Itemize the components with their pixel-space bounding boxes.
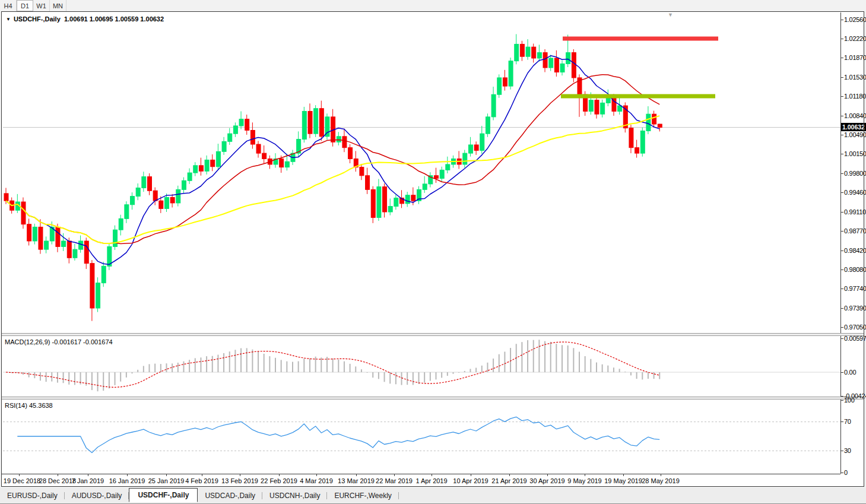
rsi-axis-label: 30: [844, 447, 865, 454]
macd-label: MACD(12,26,9) -0.001617 -0.001674: [5, 338, 113, 345]
price-axis-label-tick: [840, 96, 843, 97]
tab-eurusd-daily[interactable]: EURUSD-,Daily: [0, 490, 65, 502]
timeframe-button-w1[interactable]: W1: [33, 0, 50, 11]
rsi-axis-label-tick: [840, 421, 843, 422]
date-tick: [471, 474, 471, 476]
tab-usdcnh-daily[interactable]: USDCNH-,Daily: [262, 490, 327, 502]
candle-body: [388, 207, 392, 212]
candle-body: [463, 153, 467, 164]
date-axis-label: 16 Jan 2019: [109, 477, 145, 484]
candle-body: [27, 224, 31, 241]
price-axis-label-tick: [840, 135, 843, 135]
price-axis-label: 0.99110: [844, 208, 865, 215]
chart-title-symbol: USDCHF-,Daily: [14, 15, 61, 23]
candle-body: [67, 241, 71, 258]
timeframe-button-d1[interactable]: D1: [17, 0, 33, 11]
candle-body: [394, 198, 398, 206]
candle-body: [491, 94, 496, 117]
pane-splitter[interactable]: [2, 397, 864, 400]
candle-body: [262, 153, 267, 159]
date-axis-label: 4 Mar 2019: [300, 477, 333, 484]
date-axis-label: 7 Jan 2019: [72, 477, 104, 484]
date-tick: [547, 474, 548, 476]
date-axis-label: 13 Mar 2019: [338, 477, 375, 484]
chart-title-ohlc: 1.00691 1.00695 1.00559 1.00632: [64, 15, 164, 23]
rsi-pane[interactable]: [0, 399, 840, 474]
mt4-window: H4 D1 W1 MN ▼USDCHF-,Daily 1.00691 1.006…: [0, 0, 866, 504]
date-axis-label: 30 Apr 2019: [529, 477, 564, 484]
price-axis-label: 1.01870: [844, 54, 865, 61]
date-axis-label: 22 Mar 2019: [376, 477, 413, 484]
candle-body: [199, 166, 203, 171]
ma-mid-line: [6, 75, 659, 244]
candle-body: [4, 194, 8, 201]
candle-body: [84, 241, 88, 264]
candle-body: [366, 176, 370, 190]
candle-body: [90, 264, 94, 308]
tab-eurchf-weekly[interactable]: EURCHF-,Weekly: [327, 490, 398, 502]
candle-body: [233, 126, 237, 134]
candle-body: [79, 241, 83, 249]
pane-splitter[interactable]: [2, 333, 864, 336]
price-axis-label-tick: [840, 270, 843, 270]
timeframe-toolbar: H4 D1 W1 MN: [0, 0, 866, 11]
candle-body: [131, 196, 135, 205]
tab-usdcad-daily[interactable]: USDCAD-,Daily: [198, 490, 262, 502]
macd-values: -0.001617 -0.001674: [52, 338, 112, 345]
candle-body: [228, 134, 232, 141]
price-axis-label: 1.01180: [844, 93, 865, 100]
candle-body: [193, 166, 198, 173]
resistance-line[interactable]: [563, 37, 718, 41]
timeframe-button-mn[interactable]: MN: [50, 0, 66, 11]
candle-body: [618, 106, 622, 111]
price-axis-label: 0.97390: [844, 305, 865, 312]
date-tick: [279, 474, 280, 476]
date-axis[interactable]: 19 Dec 201828 Dec 20187 Jan 201916 Jan 2…: [2, 474, 840, 487]
candle-body: [377, 187, 381, 218]
price-axis-label-tick: [840, 154, 843, 154]
timeframe-button-h4[interactable]: H4: [0, 0, 17, 11]
candle-body: [468, 145, 472, 153]
macd-pane[interactable]: [0, 335, 840, 397]
candle-body: [640, 131, 645, 153]
candle-body: [280, 159, 284, 167]
price-pane[interactable]: [0, 12, 840, 333]
price-axis-label-tick: [840, 308, 843, 309]
candle-body: [159, 201, 163, 208]
candle-body: [205, 160, 209, 171]
candle-body: [405, 195, 410, 204]
rsi-axis-label: 0: [844, 469, 865, 476]
price-axis-label-tick: [840, 77, 843, 78]
date-tick: [166, 474, 167, 476]
price-axis-label: 1.00150: [844, 150, 865, 157]
candle-body: [601, 103, 605, 114]
candle-body: [371, 189, 375, 217]
symbol-dropdown-icon[interactable]: ▼: [6, 17, 11, 22]
date-axis-label: 21 Apr 2019: [491, 477, 526, 484]
tab-usdchf-daily[interactable]: USDCHF-,Daily: [129, 488, 198, 502]
candle-body: [658, 124, 662, 128]
macd-axis-label-tick: [840, 372, 843, 373]
date-axis-label: 28 May 2019: [642, 477, 680, 484]
macd-axis-label: 0.00597: [844, 335, 865, 342]
candle-body: [113, 230, 118, 246]
date-tick: [356, 474, 357, 476]
rsi-label: RSI(14) 45.3638: [5, 402, 53, 409]
candle-body: [589, 100, 593, 112]
tab-audusd-daily[interactable]: AUDUSD-,Daily: [65, 490, 129, 502]
candle-body: [222, 141, 226, 151]
support-line[interactable]: [561, 94, 715, 99]
candle-body: [211, 160, 215, 166]
candle-body: [337, 137, 341, 142]
price-axis-label: 0.99460: [844, 189, 865, 196]
candle-body: [170, 198, 175, 203]
price-axis-label: 0.99800: [844, 170, 865, 177]
chart-title: ▼USDCHF-,Daily 1.00691 1.00695 1.00559 1…: [6, 15, 164, 23]
date-axis-label: 19 Dec 2018: [4, 477, 40, 484]
candle-body: [21, 202, 26, 224]
candle-body: [176, 189, 180, 203]
candle-body: [245, 119, 249, 131]
candle-body: [480, 134, 484, 150]
price-axis-label: 1.00840: [844, 112, 865, 119]
macd-axis-label-tick: [840, 338, 843, 339]
